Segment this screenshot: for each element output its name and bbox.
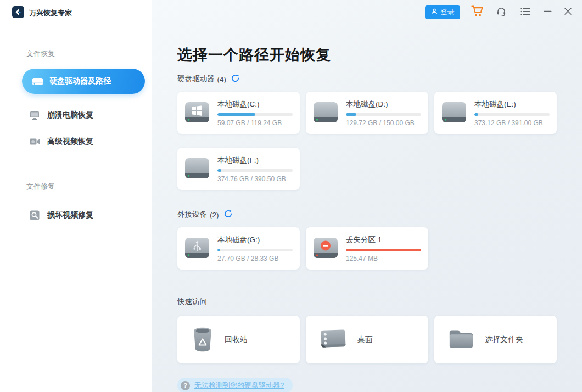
- refresh-button[interactable]: [224, 210, 232, 220]
- quick-access-label: 快速访问: [177, 297, 207, 307]
- windows-drive-icon: [183, 102, 211, 125]
- refresh-button[interactable]: [231, 74, 239, 84]
- main-area: 登录: [152, 0, 582, 392]
- lost-partition-icon: [312, 237, 339, 260]
- sidebar-item-label: 崩溃电脑恢复: [47, 110, 93, 120]
- hard-drive-icon: [312, 102, 339, 125]
- drive-card-d[interactable]: 本地磁盘(D:) 129.72 GB / 150.00 GB: [306, 92, 428, 134]
- drive-card-g[interactable]: 本地磁盘(G:) 27.70 GB / 28.33 GB: [177, 227, 300, 270]
- video-repair-icon: [29, 210, 41, 220]
- drive-name: 丢失分区 1: [346, 235, 421, 245]
- drive-capacity: 373.12 GB / 391.00 GB: [474, 119, 550, 127]
- drive-card-lost-partition[interactable]: 丢失分区 1 125.47 MB: [306, 227, 428, 270]
- sidebar-item-drives-and-paths[interactable]: 硬盘驱动器及路径: [22, 69, 145, 94]
- quick-access-section-head: 快速访问: [177, 297, 582, 307]
- app-logo: 万兴恢复专家: [0, 0, 152, 20]
- capacity-bar-fill: [217, 113, 255, 116]
- capacity-bar-fill: [346, 249, 421, 251]
- quick-label: 选择文件夹: [485, 335, 523, 345]
- close-button[interactable]: [564, 7, 572, 17]
- quick-label: 回收站: [225, 335, 248, 345]
- quick-label: 桌面: [357, 335, 373, 345]
- support-button[interactable]: [496, 6, 507, 19]
- capacity-bar-fill: [217, 249, 220, 251]
- sidebar-item-label: 硬盘驱动器及路径: [49, 76, 111, 86]
- quick-card-select-folder[interactable]: 选择文件夹: [434, 316, 557, 363]
- hard-drives-section-head: 硬盘驱动器 (4): [177, 74, 582, 84]
- login-button[interactable]: 登录: [425, 5, 460, 19]
- drive-card-f[interactable]: 本地磁盘(F:) 374.76 GB / 390.50 GB: [177, 148, 300, 190]
- drive-capacity: 125.47 MB: [346, 255, 421, 262]
- drive-name: 本地磁盘(F:): [217, 155, 293, 165]
- sidebar: 万兴恢复专家 文件恢复 硬盘驱动器及路径 崩溃电脑恢复 高级视频恢复 文件修复: [0, 0, 152, 392]
- sidebar-section-file-repair: 文件修复: [26, 182, 152, 192]
- crashed-computer-icon: [29, 110, 41, 120]
- sidebar-item-label: 高级视频恢复: [47, 137, 93, 147]
- drive-card-e[interactable]: 本地磁盘(E:) 373.12 GB / 391.00 GB: [434, 92, 557, 134]
- app-logo-icon: [12, 6, 24, 20]
- cart-button[interactable]: [471, 5, 484, 19]
- help-link-pill[interactable]: ? 无法检测到您的硬盘驱动器?: [177, 378, 293, 392]
- drive-capacity: 27.70 GB / 28.33 GB: [217, 255, 293, 262]
- hard-drives-label: 硬盘驱动器: [177, 74, 215, 84]
- titlebar: 登录: [152, 0, 582, 24]
- drive-info: 本地磁盘(F:) 374.76 GB / 390.50 GB: [217, 155, 293, 183]
- recycle-bin-icon: [191, 326, 215, 354]
- menu-button[interactable]: [520, 7, 530, 18]
- refresh-icon: [224, 210, 232, 220]
- sidebar-item-label: 损坏视频修复: [47, 210, 93, 220]
- capacity-bar: [217, 169, 293, 172]
- drive-capacity: 59.07 GB / 119.24 GB: [217, 119, 293, 127]
- drive-info: 本地磁盘(C:) 59.07 GB / 119.24 GB: [217, 99, 293, 127]
- capacity-bar: [346, 113, 421, 116]
- user-icon: [431, 8, 438, 16]
- folder-icon: [447, 327, 475, 352]
- drive-info: 本地磁盘(G:) 27.70 GB / 28.33 GB: [217, 235, 293, 262]
- external-devices-grid: 本地磁盘(G:) 27.70 GB / 28.33 GB 丢失分区 1 125.…: [177, 227, 557, 270]
- drive-info: 本地磁盘(E:) 373.12 GB / 391.00 GB: [474, 99, 550, 127]
- capacity-bar: [346, 249, 421, 251]
- app-window: 万兴恢复专家 文件恢复 硬盘驱动器及路径 崩溃电脑恢复 高级视频恢复 文件修复: [0, 0, 582, 392]
- page-title: 选择一个路径开始恢复: [177, 45, 582, 65]
- sidebar-item-advanced-video-recovery[interactable]: 高级视频恢复: [29, 137, 152, 147]
- sidebar-item-corrupted-video-repair[interactable]: 损坏视频修复: [29, 210, 152, 220]
- drive-name: 本地磁盘(E:): [474, 99, 550, 109]
- drive-card-c[interactable]: 本地磁盘(C:) 59.07 GB / 119.24 GB: [177, 92, 300, 134]
- question-icon: ?: [181, 381, 190, 390]
- sidebar-item-crashed-computer-recovery[interactable]: 崩溃电脑恢复: [29, 110, 152, 120]
- cart-icon: [471, 5, 484, 19]
- capacity-bar: [217, 113, 293, 116]
- video-camera-icon: [29, 137, 41, 147]
- hard-drives-grid: 本地磁盘(C:) 59.07 GB / 119.24 GB 本地磁盘(D:) 1…: [177, 92, 557, 190]
- drive-info: 本地磁盘(D:) 129.72 GB / 150.00 GB: [346, 99, 421, 127]
- drive-name: 本地磁盘(G:): [217, 235, 293, 245]
- hard-drives-count: (4): [217, 75, 227, 83]
- sidebar-section-file-recovery: 文件恢复: [26, 49, 152, 59]
- capacity-bar-fill: [217, 169, 221, 172]
- capacity-bar: [217, 249, 293, 251]
- usb-drive-icon: [183, 237, 211, 260]
- drive-capacity: 129.72 GB / 150.00 GB: [346, 119, 421, 127]
- quick-card-desktop[interactable]: 桌面: [306, 316, 428, 363]
- desktop-icon: [319, 326, 348, 354]
- external-devices-count: (2): [210, 211, 219, 219]
- hard-drive-icon: [183, 158, 211, 181]
- minimize-icon: [544, 7, 552, 17]
- drive-info: 丢失分区 1 125.47 MB: [346, 235, 421, 262]
- drive-capacity: 374.76 GB / 390.50 GB: [217, 175, 293, 183]
- minimize-button[interactable]: [544, 7, 552, 17]
- cannot-detect-drive-link[interactable]: 无法检测到您的硬盘驱动器?: [194, 380, 284, 390]
- close-icon: [564, 7, 572, 17]
- quick-access-grid: 回收站 桌面 选择文件夹: [177, 316, 557, 363]
- refresh-icon: [231, 74, 239, 84]
- external-devices-section-head: 外接设备 (2): [177, 210, 582, 220]
- app-title: 万兴恢复专家: [29, 8, 72, 18]
- headset-icon: [496, 6, 507, 19]
- capacity-bar-fill: [346, 113, 356, 116]
- hard-drive-icon: [31, 76, 43, 86]
- quick-card-recycle-bin[interactable]: 回收站: [177, 316, 300, 363]
- drive-name: 本地磁盘(C:): [217, 99, 293, 109]
- external-devices-label: 外接设备: [177, 210, 207, 220]
- login-label: 登录: [440, 8, 454, 17]
- content: 选择一个路径开始恢复 硬盘驱动器 (4) 本地磁盘: [152, 45, 582, 392]
